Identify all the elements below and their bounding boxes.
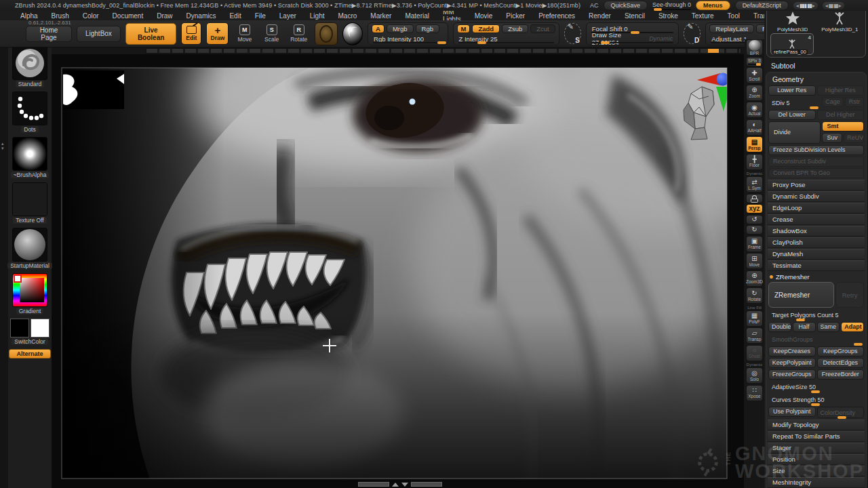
menu-marker[interactable]: Marker [363,12,398,20]
zoom-button[interactable]: ⊕Zoom [746,85,763,101]
half-button[interactable]: Half [793,322,816,332]
ui-config-icons[interactable]: ◂▦▦▸ [823,2,844,9]
stroke-type-button[interactable]: S [564,23,581,44]
menu-stencil[interactable]: Stencil [618,12,652,20]
next-arrow-icon[interactable]: ▸ [839,3,842,9]
current-brush-item[interactable]: Standard [12,46,47,87]
same-button[interactable]: Same [817,322,840,332]
stroke-thumbnail[interactable] [12,92,47,125]
adaptive-size-slider[interactable]: AdaptiveSize 50 [768,381,864,392]
menu-layer[interactable]: Layer [273,12,303,20]
active-tool-tile[interactable]: 4 refinePass_00 [770,33,814,55]
menu-light[interactable]: Light [303,12,332,20]
menu-stroke[interactable]: Stroke [652,12,685,20]
texture-thumbnail[interactable] [12,182,47,216]
menu-movie[interactable]: Movie [468,12,500,20]
del-higher-button[interactable]: Del Higher [817,110,865,120]
current-stroke-item[interactable]: Dots [12,92,47,133]
divide-button[interactable]: Divide [768,121,821,144]
prev-arrow-icon[interactable]: ◂ [796,3,799,9]
ui-slider-icons[interactable]: ◂▮▮▮▮▮▸ [793,2,818,9]
freeze-border-toggle[interactable]: FreezeBorder [817,369,865,380]
row-size[interactable]: Size [768,466,865,476]
target-polygons-slider[interactable]: Target Polygons Count 5 [768,309,864,321]
retry-button[interactable]: Retry [835,282,864,308]
tray-handle-bar[interactable] [411,482,442,487]
keep-groups-toggle[interactable]: KeepGroups [817,346,865,357]
active-tray-tile[interactable] [708,49,719,53]
solo-toggle[interactable]: ◎Solo [746,367,763,384]
draw-mode-button[interactable]: +Draw [206,22,229,45]
scale-mode-button[interactable]: SScale [260,22,283,45]
menu-brush[interactable]: Brush [45,12,76,20]
menu-macro[interactable]: Macro [332,12,364,20]
xpose-button[interactable]: ∷Xpose [746,385,763,401]
rotate-mode-button[interactable]: RRotate [288,22,310,45]
cage-button[interactable]: Cage [822,97,844,107]
freeze-subdivision-button[interactable]: Freeze SubDivision Levels [768,145,864,155]
row-meshintegrity[interactable]: MeshIntegrity [768,477,865,488]
row-stager[interactable]: Stager [768,443,865,453]
brush-thumbnail[interactable] [12,46,47,80]
keep-polypaint-toggle[interactable]: KeepPolypaint [768,358,816,368]
draw-size-slider[interactable]: Draw Size 27.20864 Dynamic [590,35,675,43]
ghost-toggle[interactable]: ○Ghost [746,345,763,361]
reuv-button[interactable]: ReUV [844,133,864,143]
color-picker-item[interactable]: Gradient [12,273,47,314]
current-texture-item[interactable]: Texture Off [12,182,47,224]
quicksave-button[interactable]: QuickSave [604,1,648,10]
lightbox-button[interactable]: LightBox [77,26,121,42]
sdiv-slider[interactable]: SDiv 5 [768,97,821,108]
zsub-button[interactable]: Zsub [502,24,528,33]
menu-edit[interactable]: Edit [222,12,248,20]
actual-size-button[interactable]: ◉Actual [746,102,763,118]
adapt-toggle[interactable]: Adapt [841,322,864,332]
local-symmetry-toggle[interactable]: ⇄L.Sym [746,176,763,192]
zremesher-subheader[interactable]: ZRemesher [768,272,864,281]
aahalf-button[interactable]: ◐AAHalf [746,119,763,136]
zoom3d-button[interactable]: ⊕Zoom3D [746,270,763,287]
rotate-canvas-button[interactable]: ↻Rotate [746,287,763,304]
transparency-toggle[interactable]: ▱Transp [746,327,763,344]
primary-color-swatch[interactable] [10,319,29,338]
menu-picker[interactable]: Picker [499,12,532,20]
perspective-toggle[interactable]: ▤Persp [746,136,763,152]
current-material-item[interactable]: StartupMaterial [7,228,52,269]
row-dynamic-subdiv[interactable]: Dynamic Subdiv [768,191,865,202]
row-position[interactable]: Position [768,454,865,465]
geometry-header[interactable]: Geometry [768,74,864,85]
detect-edges-toggle[interactable]: DetectEdges [817,358,865,368]
double-button[interactable]: Double [768,322,791,332]
menu-preferences[interactable]: Preferences [532,12,582,20]
del-lower-button[interactable]: Del Lower [768,110,816,120]
zremesher-button[interactable]: ZRemesher [768,282,834,308]
zcut-button[interactable]: Zcut [530,24,555,33]
alternate-item[interactable]: Alternate [9,349,50,359]
rotation-lock-toggle[interactable] [746,194,763,203]
scroll-button[interactable]: ✚Scroll [746,67,763,83]
menu-alpha[interactable]: Alpha [14,12,45,20]
row-proxy-pose[interactable]: Proxy Pose [768,180,865,190]
move-canvas-button[interactable]: ⊞Move [746,253,763,269]
row-crease[interactable]: Crease [768,214,865,225]
tray-close-arrow-icon[interactable] [401,483,408,487]
row-modify-topology[interactable]: Modify Topology [768,420,865,430]
alternate-button[interactable]: Alternate [9,349,50,359]
gxyz-rotation-axis-button[interactable]: xyz [746,204,763,214]
prev-arrow-icon[interactable]: ◂ [825,3,828,9]
bpr-render-button[interactable]: BPR [746,39,763,56]
m-toggle[interactable]: M [457,24,471,33]
live-boolean-button[interactable]: Live Boolean [125,23,176,45]
custom-ui-tray[interactable] [146,48,741,54]
menu-material[interactable]: Material [398,12,436,20]
smoothgroups-slider[interactable]: SmoothGroups [768,333,864,345]
switch-color-item[interactable]: SwitchColor [10,319,50,345]
spin-cw-button[interactable]: ↻ [746,225,763,235]
row-repeat-to-similar[interactable]: Repeat To Similar Parts [768,431,865,442]
rstr-button[interactable]: Rstr [845,97,864,107]
tray-resize-arrows[interactable]: ▴▾ [1,141,4,150]
row-shadowbox[interactable]: ShadowBox [768,226,865,237]
see-through-track[interactable] [652,9,691,10]
polyframe-toggle[interactable]: ▦PolyF [746,310,763,327]
replay-last-button[interactable]: ReplayLast [709,24,754,33]
